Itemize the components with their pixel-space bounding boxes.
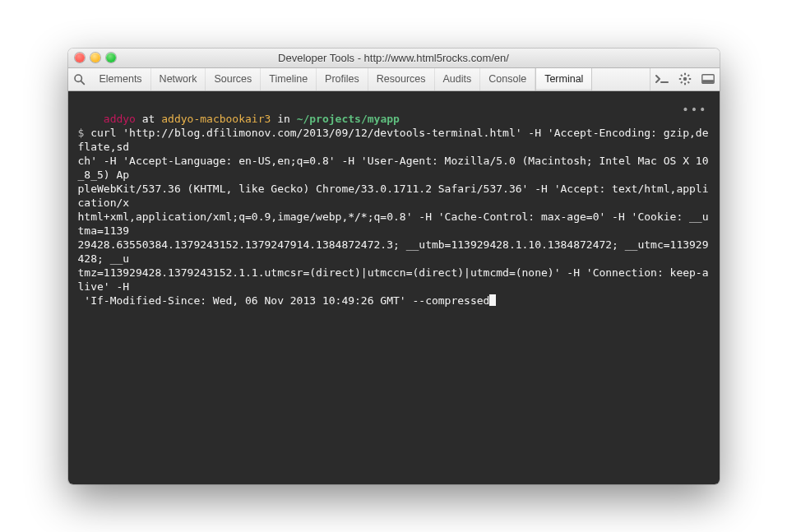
zoom-window-button[interactable] [106,53,116,62]
terminal-panel[interactable]: •••addyo at addyo-macbookair3 in ~/proje… [68,91,720,484]
show-console-button[interactable] [650,74,674,84]
panel-tabs: ElementsNetworkSourcesTimelineProfilesRe… [91,68,650,90]
close-window-button[interactable] [75,53,85,62]
svg-line-8 [680,75,682,76]
settings-button[interactable] [674,72,697,86]
svg-point-3 [683,77,686,81]
tab-terminal[interactable]: Terminal [535,68,592,90]
tab-network[interactable]: Network [151,68,206,90]
window-titlebar: Developer Tools - http://www.html5rocks.… [68,49,720,68]
tab-sources[interactable]: Sources [206,68,261,90]
svg-line-9 [687,81,689,83]
devtools-toolbar: ElementsNetworkSourcesTimelineProfilesRe… [68,68,720,91]
tab-timeline[interactable]: Timeline [261,68,317,90]
terminal-cursor [489,294,496,306]
tab-console[interactable]: Console [480,68,535,90]
svg-line-11 [680,81,682,83]
prompt-user: addyo [104,113,136,125]
prompt-host: addyo-macbookair3 [161,113,271,125]
inspect-element-button[interactable] [68,68,91,90]
toolbar-right-icons [650,68,720,90]
svg-line-1 [81,81,84,84]
tab-resources[interactable]: Resources [368,68,435,90]
prompt-path: ~/projects/myapp [297,113,400,125]
prompt-symbol: $ [78,127,91,139]
prompt-in: in [271,113,296,125]
devtools-window: Developer Tools - http://www.html5rocks.… [68,49,720,484]
terminal-more-button[interactable]: ••• [682,103,707,117]
svg-rect-13 [702,80,714,83]
traffic-lights [75,53,116,62]
tab-elements[interactable]: Elements [91,68,151,90]
window-title: Developer Tools - http://www.html5rocks.… [68,52,720,64]
tab-profiles[interactable]: Profiles [317,68,368,90]
svg-line-10 [687,75,689,76]
dock-side-button[interactable] [697,74,720,84]
minimize-window-button[interactable] [90,53,100,62]
tab-audits[interactable]: Audits [435,68,481,90]
terminal-command: curl 'http://blog.dfilimonov.com/2013/09… [78,127,709,307]
prompt-at: at [136,113,161,125]
